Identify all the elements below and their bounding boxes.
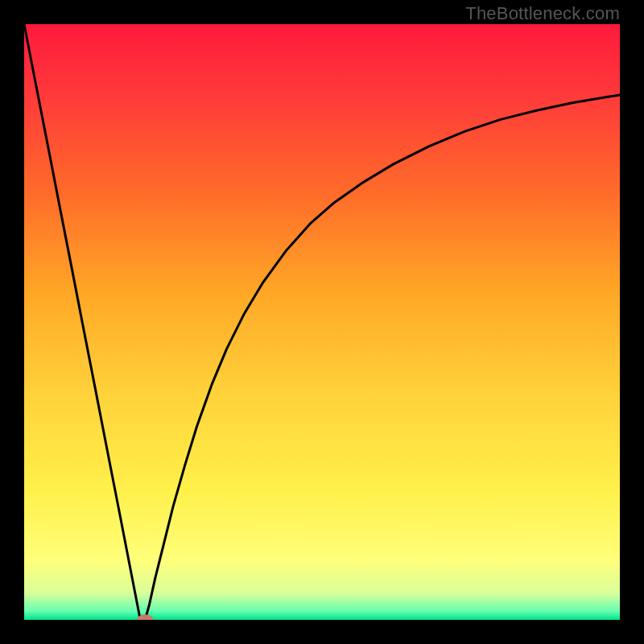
chart-svg xyxy=(24,24,620,620)
chart-frame: TheBottleneck.com xyxy=(0,0,644,644)
plot-area xyxy=(24,24,620,620)
gradient-background xyxy=(24,24,620,620)
watermark-text: TheBottleneck.com xyxy=(465,3,620,24)
